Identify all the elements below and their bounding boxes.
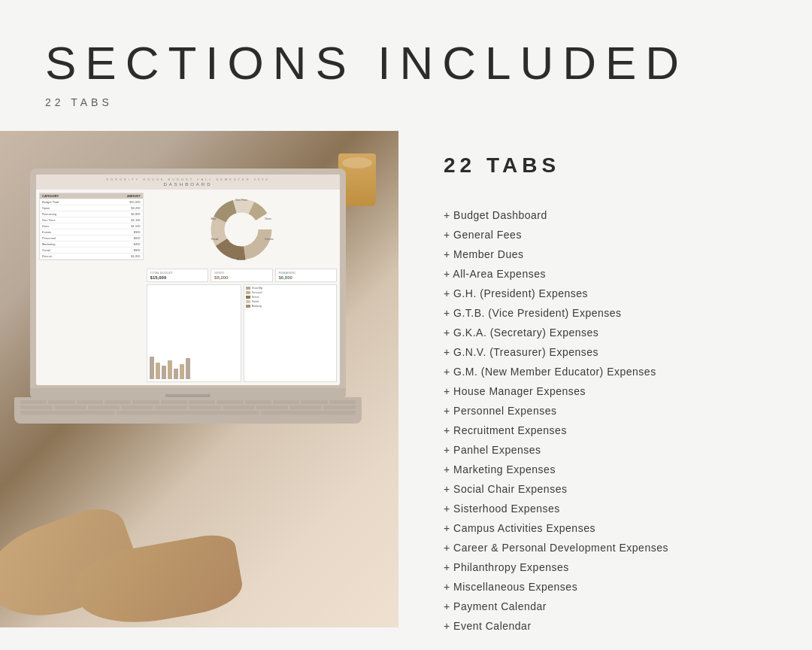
mini-table-row: Gen Fees$2,100 bbox=[40, 217, 143, 223]
tab-item-11: + Personnel Expenses bbox=[444, 403, 767, 419]
svg-text:Gen Fees: Gen Fees bbox=[235, 199, 247, 202]
tab-item-19: + Philanthropy Expenses bbox=[444, 560, 767, 576]
mini-table: CATEGORYAMOUNT Budget Total$15,000 Spent… bbox=[39, 193, 144, 260]
laptop-screen: SORORITY HOUSE BUDGET FALL SEMESTER 2024… bbox=[36, 175, 340, 385]
tab-item-17: + Campus Activities Expenses bbox=[444, 521, 767, 536]
mini-table-row: Remaining$6,800 bbox=[40, 211, 143, 217]
tab-item-1: + Budget Dashboard bbox=[444, 208, 767, 223]
tab-item-7: + G.K.A. (Secretary) Expenses bbox=[444, 325, 767, 341]
bar-7 bbox=[186, 358, 190, 379]
tabs-heading: 22 TABS bbox=[444, 153, 767, 178]
tab-item-15: + Social Chair Expenses bbox=[444, 481, 767, 497]
svg-text:Events: Events bbox=[265, 238, 274, 241]
bar-2 bbox=[156, 363, 160, 379]
bar-6 bbox=[180, 364, 184, 379]
svg-point-6 bbox=[232, 220, 252, 240]
header-section: SECTIONS INCLUDED 22 TABS bbox=[0, 0, 812, 131]
screen-left-col: CATEGORYAMOUNT Budget Total$15,000 Spent… bbox=[39, 193, 144, 382]
tab-item-9: + G.M. (New Member Educator) Expenses bbox=[444, 364, 767, 380]
tab-item-2: + General Fees bbox=[444, 227, 767, 243]
right-panel: 22 TABS + Budget Dashboard+ General Fees… bbox=[398, 131, 812, 627]
mini-table-row: Spent$8,200 bbox=[40, 205, 143, 211]
bottom-charts: House Mgr Personnel Recruit. Panhel Mark… bbox=[147, 284, 337, 382]
tab-item-20: + Miscellaneous Expenses bbox=[444, 579, 767, 595]
screen-content: SORORITY HOUSE BUDGET FALL SEMESTER 2024… bbox=[36, 175, 340, 385]
image-panel: SORORITY HOUSE BUDGET FALL SEMESTER 2024… bbox=[0, 131, 398, 627]
screen-body: CATEGORYAMOUNT Budget Total$15,000 Spent… bbox=[36, 190, 340, 385]
screen-subtitle: SORORITY HOUSE BUDGET FALL SEMESTER 2024 bbox=[42, 178, 334, 181]
mini-table-row: Marketing$450 bbox=[40, 241, 143, 248]
tab-item-21: + Payment Calendar bbox=[444, 599, 767, 615]
main-title: SECTIONS INCLUDED bbox=[45, 38, 767, 89]
laptop-image-bg: SORORITY HOUSE BUDGET FALL SEMESTER 2024… bbox=[0, 131, 398, 627]
tab-item-5: + G.H. (President) Expenses bbox=[444, 286, 767, 302]
tab-item-6: + G.T.B. (Vice President) Expenses bbox=[444, 305, 767, 321]
bar-5 bbox=[174, 369, 178, 379]
bar-4 bbox=[168, 360, 172, 379]
tabs-count-header: 22 TABS bbox=[45, 96, 767, 108]
mini-table-row: Events$900 bbox=[40, 229, 143, 235]
screen-right-stats: TOTAL BUDGET $15,000 SPENT $8,200 bbox=[147, 269, 337, 282]
laptop-screen-outer: SORORITY HOUSE BUDGET FALL SEMESTER 2024… bbox=[30, 169, 346, 388]
pie-chart: Gen Fees Dues Events Recruit. Social Mis… bbox=[208, 196, 275, 263]
mini-table-row: Personnel$600 bbox=[40, 235, 143, 241]
tab-item-22: + Event Calendar bbox=[444, 618, 767, 634]
svg-text:Recruit.: Recruit. bbox=[237, 258, 246, 261]
tab-item-3: + Member Dues bbox=[444, 247, 767, 263]
stat-box-2: SPENT $8,200 bbox=[211, 269, 272, 282]
screen-right-col: Gen Fees Dues Events Recruit. Social Mis… bbox=[147, 193, 337, 382]
screen-dashboard-label: DASHBOARD bbox=[42, 182, 334, 187]
tab-item-10: + House Manager Expenses bbox=[444, 384, 767, 399]
svg-text:Misc: Misc bbox=[211, 217, 217, 220]
person-hands-area bbox=[0, 379, 398, 627]
tab-item-12: + Recruitment Expenses bbox=[444, 423, 767, 439]
mini-table-row: Recruit.$1,850 bbox=[40, 254, 143, 260]
svg-text:Social: Social bbox=[211, 238, 219, 241]
tab-item-13: + Panhel Expenses bbox=[444, 442, 767, 458]
tabs-list: + Budget Dashboard+ General Fees+ Member… bbox=[444, 208, 767, 634]
screen-header: SORORITY HOUSE BUDGET FALL SEMESTER 2024… bbox=[36, 175, 340, 190]
stat-box-1: TOTAL BUDGET $15,000 bbox=[147, 269, 208, 282]
tab-item-4: + All-Area Expenses bbox=[444, 266, 767, 282]
content-row: SORORITY HOUSE BUDGET FALL SEMESTER 2024… bbox=[0, 131, 812, 627]
bar-1 bbox=[150, 357, 154, 379]
tab-item-18: + Career & Personal Development Expenses bbox=[444, 540, 767, 556]
mini-table-row: Budget Total$15,000 bbox=[40, 199, 143, 205]
svg-text:Dues: Dues bbox=[265, 217, 272, 220]
bar-chart bbox=[147, 284, 241, 382]
chart-area: Gen Fees Dues Events Recruit. Social Mis… bbox=[147, 193, 337, 266]
bar-3 bbox=[162, 366, 166, 379]
mini-table-header: CATEGORYAMOUNT bbox=[40, 193, 143, 199]
tab-item-16: + Sisterhood Expenses bbox=[444, 501, 767, 517]
mini-table-row: Dues$1,500 bbox=[40, 223, 143, 229]
tab-item-8: + G.N.V. (Treasurer) Expenses bbox=[444, 345, 767, 360]
mini-table-row: Social$800 bbox=[40, 248, 143, 254]
stat-box-3: REMAINING $6,800 bbox=[275, 269, 337, 282]
tab-item-14: + Marketing Expenses bbox=[444, 462, 767, 478]
legend-area: House Mgr Personnel Recruit. Panhel Mark… bbox=[244, 284, 337, 382]
